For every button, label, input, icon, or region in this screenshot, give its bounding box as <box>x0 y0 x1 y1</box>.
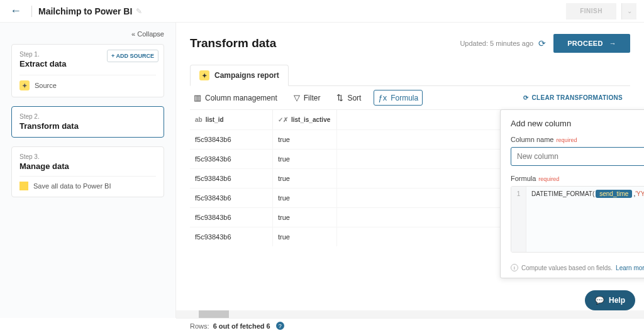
gutter: 1 <box>511 187 526 252</box>
field-token[interactable]: send_time <box>596 190 632 198</box>
step-title: Manage data <box>19 161 156 171</box>
source-label: Source <box>35 82 57 89</box>
bool-type-icon: ✓✗ <box>278 116 288 123</box>
mailchimp-icon: ✦ <box>199 70 209 80</box>
updated-label: Updated: 5 minutes ago <box>460 40 533 47</box>
divider <box>31 6 32 17</box>
scrollbar-thumb[interactable] <box>199 310 229 318</box>
text-type-icon: ab <box>195 116 203 123</box>
page-title: Transform data <box>190 36 276 50</box>
help-fab[interactable]: 💬Help <box>585 290 635 310</box>
formula-icon: ƒx <box>378 93 387 102</box>
step-extract-data[interactable]: Step 1. Extract data + ADD SOURCE ✦ Sour… <box>11 44 164 97</box>
sidebar: « Collapse Step 1. Extract data + ADD SO… <box>0 23 176 318</box>
toolbar: ▥Column management ▽Filter ⇅Sort ƒxFormu… <box>190 85 630 109</box>
finish-button[interactable]: FINISH <box>566 3 616 19</box>
edit-icon[interactable]: ✎ <box>136 7 142 16</box>
popover-title: Add new column <box>511 119 644 128</box>
refresh-icon[interactable]: ⟳ <box>538 38 546 48</box>
save-label: Save all data to Power BI <box>33 182 111 190</box>
flow-title: Mailchimp to Power BI <box>38 6 132 16</box>
proceed-button[interactable]: PROCEED→ <box>553 34 630 53</box>
formula-editor[interactable]: 1 DATETIME_FORMAT(send_time,'YYYY-MM-DD'… <box>511 186 644 253</box>
mailchimp-icon: ✦ <box>19 80 30 90</box>
learn-more-link[interactable]: Learn more. <box>616 265 644 271</box>
filter-button[interactable]: ▽Filter <box>290 90 325 105</box>
info-row: i Compute values based on fields. Learn … <box>501 264 644 278</box>
column-management-button[interactable]: ▥Column management <box>190 90 281 105</box>
help-icon[interactable]: ? <box>276 322 284 330</box>
main-area: Transform data Updated: 5 minutes ago ⟳ … <box>176 23 644 318</box>
back-arrow-icon[interactable]: ← <box>8 4 24 18</box>
tab-campaigns-report[interactable]: ✦ Campaigns report <box>190 65 289 86</box>
column-name-input[interactable] <box>511 147 644 166</box>
formula-popover: Add new column Column namerequired Formu… <box>500 109 644 278</box>
step-transform-data[interactable]: Step 2. Transform data <box>11 106 164 138</box>
step-number: Step 3. <box>19 153 156 160</box>
formula-button[interactable]: ƒxFormula <box>374 90 423 106</box>
sort-icon: ⇅ <box>336 93 343 102</box>
code-line[interactable]: DATETIME_FORMAT(send_time,'YYYY-MM-DD') <box>526 187 644 252</box>
arrow-right-icon: → <box>609 40 616 47</box>
columns-icon: ▥ <box>194 93 201 102</box>
step-number: Step 2. <box>19 113 156 120</box>
clear-transformations-button[interactable]: ⟳CLEAR TRANSFORMATIONS <box>523 94 623 101</box>
footer: Rows: 6 out of fetched 6 ? <box>176 318 644 333</box>
step-manage-data[interactable]: Step 3. Manage data Save all data to Pow… <box>11 146 164 197</box>
filter-icon: ▽ <box>294 93 300 102</box>
add-source-button[interactable]: + ADD SOURCE <box>107 50 158 62</box>
column-name-label: Column namerequired <box>511 136 644 143</box>
collapse-toggle[interactable]: « Collapse <box>11 30 164 38</box>
info-icon: i <box>511 264 518 271</box>
horizontal-scrollbar[interactable] <box>176 310 644 318</box>
finish-caret-button[interactable]: ⌄ <box>621 3 636 19</box>
chat-icon: 💬 <box>595 296 604 305</box>
refresh-icon: ⟳ <box>523 94 528 101</box>
powerbi-icon <box>19 182 28 190</box>
formula-label: Formularequired <box>511 175 644 182</box>
sort-button[interactable]: ⇅Sort <box>333 90 365 105</box>
col-list-id[interactable]: ablist_id <box>190 110 273 129</box>
col-list-active[interactable]: ✓✗list_is_active <box>273 110 337 129</box>
header: ← Mailchimp to Power BI ✎ FINISH ⌄ <box>0 0 644 23</box>
step-title: Transform data <box>19 121 156 131</box>
